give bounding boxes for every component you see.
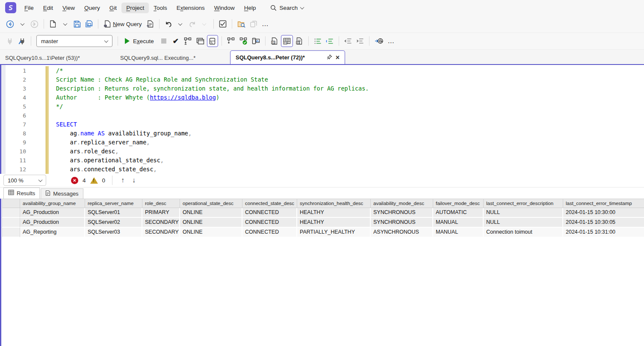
- change-connection-button[interactable]: [16, 35, 27, 47]
- grid-cell[interactable]: ONLINE: [180, 228, 242, 238]
- grid-cell[interactable]: SYNCHRONOUS: [371, 218, 433, 228]
- new-file-button[interactable]: [47, 18, 59, 30]
- menu-item-window[interactable]: Window: [210, 3, 239, 13]
- grid-cell[interactable]: AG_Reporting: [20, 228, 85, 238]
- warning-icon[interactable]: [90, 177, 98, 184]
- open-query-file-button[interactable]: [145, 18, 156, 30]
- grid-column-header[interactable]: role_desc: [142, 199, 180, 208]
- pin-icon[interactable]: [327, 54, 332, 61]
- next-issue-button[interactable]: ↓: [130, 176, 137, 184]
- decrease-indent-button[interactable]: [343, 35, 354, 47]
- grid-cell[interactable]: SECONDARY: [142, 228, 180, 238]
- close-icon[interactable]: ×: [336, 54, 340, 61]
- new-file-chevron[interactable]: [59, 18, 71, 30]
- menu-item-git[interactable]: Git: [105, 3, 121, 13]
- grid-cell[interactable]: 2024-01-15 10:31:00: [563, 228, 644, 238]
- grid-cell[interactable]: PRIMARY: [142, 208, 180, 218]
- results-to-grid-button[interactable]: 01: [281, 35, 293, 47]
- grid-cell[interactable]: MANUAL: [433, 218, 484, 228]
- grid-cell[interactable]: CONNECTED: [242, 228, 297, 238]
- grid-cell[interactable]: CONNECTED: [242, 218, 297, 228]
- grid-column-header[interactable]: last_connect_error_description: [484, 199, 563, 208]
- grid-cell[interactable]: 2024-01-15 10:30:00: [563, 208, 644, 218]
- grid-cell[interactable]: SECONDARY: [142, 218, 180, 228]
- navigate-to-button[interactable]: [373, 35, 385, 47]
- results-pane-tab-results[interactable]: Results: [3, 188, 40, 199]
- grid-cell[interactable]: CONNECTED: [242, 208, 297, 218]
- grid-cell[interactable]: AUTOMATIC: [433, 208, 484, 218]
- zoom-combobox[interactable]: 100 %: [3, 175, 46, 186]
- actual-plan-button[interactable]: [225, 35, 237, 47]
- grid-cell[interactable]: AG_Production: [20, 208, 85, 218]
- menu-item-help[interactable]: Help: [239, 3, 261, 13]
- grid-row-header[interactable]: [2, 218, 20, 228]
- menu-item-view[interactable]: View: [58, 3, 80, 13]
- live-query-stats-button[interactable]: [238, 35, 249, 47]
- cancel-query-button[interactable]: [158, 35, 169, 47]
- error-icon[interactable]: ✕: [71, 177, 78, 184]
- sqlcmd-mode-button[interactable]: [195, 35, 206, 47]
- grid-cell[interactable]: ONLINE: [180, 218, 242, 228]
- previous-issue-button[interactable]: ↑: [119, 176, 126, 184]
- query-window-check-button[interactable]: [217, 18, 228, 30]
- menu-item-edit[interactable]: Edit: [38, 3, 58, 13]
- grid-cell[interactable]: SQLServer02: [85, 218, 142, 228]
- menu-item-project[interactable]: Project: [121, 3, 149, 13]
- sql-code-editor[interactable]: 1/*2Script Name : Check AG Replica Role …: [0, 65, 644, 174]
- grid-cell[interactable]: HEALTHY: [297, 218, 371, 228]
- menu-item-file[interactable]: File: [20, 3, 38, 13]
- grid-cell[interactable]: NULL: [484, 208, 563, 218]
- find-in-files-button[interactable]: [236, 18, 247, 30]
- results-pane-tab-messages[interactable]: Messages: [41, 188, 83, 199]
- menu-item-tools[interactable]: Tools: [149, 3, 172, 13]
- navigate-back-chevron[interactable]: [17, 18, 28, 30]
- document-tab-3[interactable]: SQLQuery8.s...Peter (72))*×: [230, 50, 345, 64]
- redo-chevron[interactable]: [199, 18, 210, 30]
- redo-button[interactable]: [187, 18, 198, 30]
- grid-cell[interactable]: ASYNCHRONOUS: [371, 228, 433, 238]
- grid-cell[interactable]: AG_Production: [20, 218, 85, 228]
- compare-files-button[interactable]: [248, 18, 259, 30]
- grid-cell[interactable]: SQLServer01: [85, 208, 142, 218]
- grid-cell[interactable]: 2024-01-15 10:30:05: [563, 218, 644, 228]
- menu-item-query[interactable]: Query: [80, 3, 105, 13]
- results-pane-toggle[interactable]: [207, 35, 218, 47]
- grid-cell[interactable]: ONLINE: [180, 208, 242, 218]
- grid-column-header[interactable]: last_connect_error_timestamp: [563, 199, 644, 208]
- grid-cell[interactable]: SYNCHRONOUS: [371, 208, 433, 218]
- grid-corner-cell[interactable]: [2, 199, 20, 208]
- grid-column-header[interactable]: synchronization_health_desc: [297, 199, 371, 208]
- grid-cell[interactable]: HEALTHY: [297, 208, 371, 218]
- toolbar-overflow-button[interactable]: …: [260, 18, 271, 30]
- navigate-back-button[interactable]: [4, 18, 16, 30]
- grid-cell[interactable]: MANUAL: [433, 228, 484, 238]
- undo-chevron[interactable]: [175, 18, 186, 30]
- database-combobox[interactable]: master: [36, 35, 112, 47]
- grid-cell[interactable]: PARTIALLY_HEALTHY: [297, 228, 371, 238]
- uncomment-button[interactable]: [324, 35, 335, 47]
- comment-hyperlink[interactable]: https://sqldba.blog: [150, 94, 216, 101]
- execute-button[interactable]: Execute: [121, 35, 157, 47]
- grid-cell[interactable]: NULL: [484, 218, 563, 228]
- results-to-text-button[interactable]: 01: [294, 35, 305, 47]
- grid-column-header[interactable]: failover_mode_desc: [433, 199, 484, 208]
- grid-cell[interactable]: Connection toimout: [484, 228, 563, 238]
- navigate-forward-button[interactable]: [29, 18, 40, 30]
- grid-column-header[interactable]: operational_state_desc: [180, 199, 242, 208]
- undo-button[interactable]: [163, 18, 174, 30]
- grid-row-header[interactable]: [2, 228, 20, 238]
- estimated-plan-button[interactable]: [182, 35, 194, 47]
- connect-button[interactable]: [4, 35, 15, 47]
- parse-button[interactable]: ✔: [170, 35, 181, 47]
- grid-column-header[interactable]: availability_mode_desc: [371, 199, 433, 208]
- grid-column-header[interactable]: connected_state_desc: [242, 199, 297, 208]
- comment-button[interactable]: [312, 35, 323, 47]
- sql-toolbar-overflow-button[interactable]: …: [386, 35, 397, 47]
- save-all-button[interactable]: [83, 18, 95, 30]
- search-control[interactable]: Search: [267, 3, 307, 13]
- document-tab-1[interactable]: SQLQuery10.s...1\Peter (53))*: [0, 51, 115, 64]
- grid-cell[interactable]: SQLServer03: [85, 228, 142, 238]
- grid-column-header[interactable]: availability_group_name: [20, 199, 85, 208]
- results-to-file-button[interactable]: 01: [269, 35, 280, 47]
- grid-column-header[interactable]: replica_server_name: [85, 199, 142, 208]
